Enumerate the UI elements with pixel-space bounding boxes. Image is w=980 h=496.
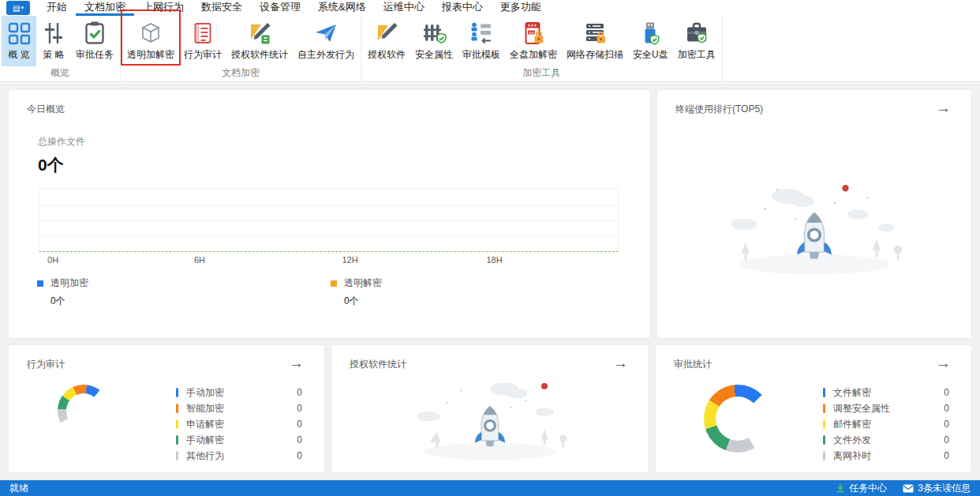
app-logo-icon: ▤ [13,4,20,13]
chevron-down-icon: ▾ [21,5,24,11]
chart-legend: 手动加密0 智能加密0 申请解密0 手动解密0 其他行为0 [176,385,302,464]
gridline [39,220,618,221]
ribbon-button-label: 安全属性 [415,48,453,62]
legend-marker [176,451,178,460]
legend-item: 透明解密 0个 [331,276,624,308]
ribbon-button-label: 加密工具 [678,48,716,62]
x-tick: 0H [47,255,58,265]
ribbon-group-document-encryption: 透明加解密 行为审计 [121,16,361,81]
ribbon-button-overview[interactable]: 概 览 [2,16,36,66]
envelope-icon [903,484,914,493]
tab-data-security[interactable]: 数据安全 [193,0,251,16]
server-lock-icon [582,21,608,46]
legend-label: 手动加密 [186,386,289,400]
ribbon-button-licensed-software[interactable]: 授权软件 [363,16,410,66]
legend-marker [176,404,178,413]
metric-value: 0个 [38,154,650,176]
rocket-illustration-icon [398,370,583,464]
tab-report-center[interactable]: 报表中心 [433,0,492,16]
ribbon-button-label: 授权软件统计 [231,48,288,62]
legend-item: 智能加密0 [176,400,302,416]
task-center-label: 任务中心 [849,482,887,495]
legend-label: 手动解密 [186,434,289,447]
legend-label: 智能加密 [186,402,289,415]
ribbon-button-label: 审批任务 [76,48,114,62]
ribbon-button-label: 安全U盘 [633,48,668,62]
unread-messages-button[interactable]: 3条未读信息 [903,482,971,495]
legend-item: 透明加密 0个 [37,276,331,308]
more-arrow-icon[interactable]: → [289,358,304,369]
ribbon-button-label: 审批模板 [462,48,500,62]
ribbon-button-approval-tasks[interactable]: 审批任务 [71,16,118,66]
ribbon-button-full-disk-encryption[interactable]: SSD 全盘加解密 [505,16,562,66]
ribbon-button-licensed-software-stats[interactable]: 授权软件统计 [226,16,293,66]
tab-start[interactable]: 开始 [38,0,76,16]
approval-stats-donut-chart [704,385,772,453]
legend-marker [823,435,825,445]
status-ready-text: 就绪 [9,482,28,495]
svg-text:SSD: SSD [529,31,535,35]
ribbon-button-approval-template[interactable]: 审批模板 [458,16,505,66]
usb-shield-icon [638,21,663,46]
tab-ops-center[interactable]: 运维中心 [375,0,433,16]
legend-marker [176,388,178,397]
x-tick: 6H [194,255,205,265]
menu-bar: ▤▾ 开始 文档加密 上网行为 数据安全 设备管理 系统&网络 运维中心 报表中… [0,0,980,16]
card-title: 终端使用排行(TOP5) [675,103,763,116]
legend-label: 其他行为 [186,449,289,463]
legend-label: 透明加密 [50,276,88,290]
tab-document-encryption[interactable]: 文档加密 [76,0,134,16]
legend-value: 0 [297,403,302,414]
empty-state-illustration [716,171,913,281]
ribbon-group-label: 文档加密 [122,66,359,81]
cube-icon [138,21,163,46]
behavior-audit-ring-chart [58,385,110,437]
more-arrow-icon[interactable]: → [936,358,951,369]
ssd-lock-icon: SSD [521,21,546,46]
tab-more-functions[interactable]: 更多功能 [492,0,550,16]
task-center-button[interactable]: 任务中心 [836,482,887,495]
app-menu-button[interactable]: ▤▾ [6,1,30,15]
gridline [39,236,618,237]
ribbon-button-encryption-tools[interactable]: 加密工具 [673,16,720,66]
ruler-pencil-icon [374,21,399,46]
legend-label: 离网补时 [833,449,936,463]
legend-value: 0 [297,450,302,461]
ribbon-button-secure-usb[interactable]: 安全U盘 [628,16,673,66]
legend-marker [823,404,825,413]
ribbon-button-network-storage-scan[interactable]: 网络存储扫描 [562,16,628,66]
clipboard-check-icon [82,21,107,46]
legend-marker [823,388,825,397]
ribbon-button-security-attributes[interactable]: 安全属性 [410,16,458,66]
chart-legend: 文件解密0 调整安全属性0 邮件解密0 文件外发0 离网补时0 [823,385,949,464]
ribbon-button-label: 行为审计 [184,48,222,62]
card-behavior-audit: 行为审计 → 手动加密0 智能加密0 申请解密0 手动解密0 其他行为0 [8,344,325,473]
ribbon-button-behavior-audit[interactable]: 行为审计 [179,16,226,66]
more-arrow-icon[interactable]: → [613,358,628,369]
chart-legend: 透明加密 0个 透明解密 0个 [37,276,650,308]
tab-web-behavior[interactable]: 上网行为 [134,0,193,16]
chart-x-axis: 0H 6H 12H 18H [39,252,619,266]
status-bar: 就绪 任务中心 3条未读信息 [0,480,980,496]
unread-messages-label: 3条未读信息 [918,482,971,495]
paper-plane-icon [313,21,339,46]
grid-icon [6,21,32,46]
card-title: 授权软件统计 [350,358,406,371]
card-terminal-rank: 终端使用排行(TOP5) → [656,89,972,339]
ribbon-button-label: 全盘加解密 [510,48,557,62]
legend-label: 调整安全属性 [833,402,936,415]
ribbon-button-policy[interactable]: 策 略 [36,16,71,66]
ribbon-button-label: 自主外发行为 [297,48,354,62]
ribbon-button-label: 网络存储扫描 [567,48,623,62]
more-arrow-icon[interactable]: → [936,103,951,114]
ribbon-button-label: 授权软件 [368,48,406,62]
legend-value: 0 [944,403,949,414]
ribbon-group-label: 加密工具 [363,66,720,81]
total-files-metric: 总操作文件 0个 [38,135,650,176]
tab-device-management[interactable]: 设备管理 [251,0,309,16]
x-tick: 18H [486,255,502,265]
tab-system-network[interactable]: 系统&网络 [309,0,375,16]
legend-label: 邮件解密 [833,418,936,431]
ribbon-button-self-outgoing-behavior[interactable]: 自主外发行为 [293,16,359,66]
ribbon-button-transparent-encryption[interactable]: 透明加解密 [122,16,179,66]
